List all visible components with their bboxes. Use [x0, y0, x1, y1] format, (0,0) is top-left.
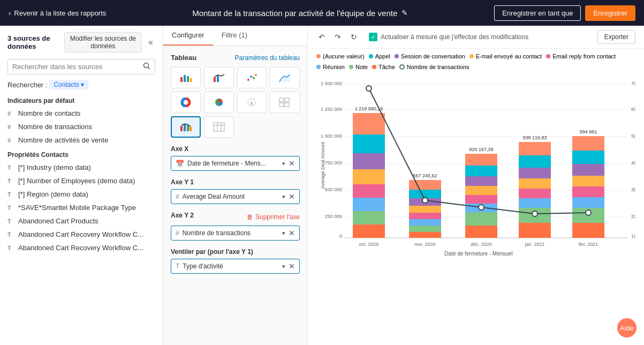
collapse-sidebar-button[interactable]: « [146, 36, 155, 48]
chart-svg: 1 500 000 1 250 000 1 000 000 750 000 50… [316, 74, 635, 257]
bar-segment [409, 232, 441, 238]
svg-text:300: 300 [631, 187, 635, 192]
legend-dot [469, 54, 474, 58]
list-item[interactable]: T Abandoned Cart Recovery Workflow C... [0, 228, 163, 241]
bar-segment [519, 178, 551, 189]
chart-type-line-bar[interactable] [204, 67, 234, 88]
legend-dot [372, 65, 376, 69]
list-item[interactable]: # Nombre de activités de vente [0, 133, 163, 147]
legend-dot [316, 54, 321, 58]
hash-icon: # [176, 229, 179, 237]
svg-rect-26 [190, 127, 192, 131]
search-box [7, 59, 155, 74]
delete-axis-button[interactable]: 🗑 Supprimer l'axe [247, 213, 300, 221]
ventiler-section: Ventiler par (pour l'axe Y 1) T Type d'a… [171, 248, 300, 274]
tab-filtre[interactable]: Filtre (1) [213, 26, 256, 46]
chart-type-grid[interactable] [270, 92, 300, 113]
redo-button[interactable]: ↷ [332, 32, 343, 42]
svg-text:déc. 2020: déc. 2020 [471, 242, 492, 247]
axe-y1-label: Axe Y 1 [171, 178, 300, 186]
axe-y2-header: Axe Y 2 🗑 Supprimer l'axe [171, 212, 300, 222]
list-item[interactable]: # Nombre de contacts [0, 107, 163, 120]
axe-y1-value: Average Deal Amount [183, 193, 279, 200]
chart-type-bar[interactable] [171, 67, 201, 88]
list-item[interactable]: T *SAVE*Smarttel Mobile Package Type [0, 201, 163, 214]
chart-type-table2[interactable] [204, 116, 234, 138]
axe-y1-select[interactable]: # Average Deal Amount ▾ ✕ [171, 189, 300, 204]
axe-x-close[interactable]: ✕ [289, 159, 295, 168]
svg-rect-27 [214, 123, 224, 131]
bar-segment [519, 142, 551, 155]
sources-count: 3 sources de données [7, 34, 60, 50]
bar-segment [572, 186, 604, 197]
bar-segment [519, 189, 551, 198]
ventiler-select[interactable]: T Type d'activité ▾ ✕ [171, 259, 300, 274]
sidebar-scroll: Indicateurs par défaut # Nombre de conta… [0, 93, 163, 345]
axe-x-value: Date de fermeture - Mens... [187, 160, 279, 167]
legend-label: (Aucune valeur) [323, 53, 365, 59]
axe-x-label: Axe X [171, 145, 300, 153]
chart-type-donut[interactable] [171, 92, 201, 113]
bar-segment [465, 186, 497, 195]
svg-text:nov. 2020: nov. 2020 [415, 242, 436, 247]
table2-icon [213, 122, 225, 132]
center-scroll: Tableau Paramètres du tableau [163, 46, 307, 345]
list-item[interactable]: # Nombre de transactions [0, 120, 163, 133]
refresh-button[interactable]: ↻ [348, 32, 359, 42]
bar-segment [409, 226, 441, 232]
ventiler-close[interactable]: ✕ [289, 262, 295, 271]
chart-type-bar-combo[interactable] [171, 116, 201, 138]
chart-type-number[interactable]: 1 [237, 92, 267, 113]
axe-y1-section: Axe Y 1 # Average Deal Amount ▾ ✕ [171, 178, 300, 204]
search-icon-button[interactable] [143, 62, 150, 71]
ventiler-value: Type d'activité [183, 262, 279, 270]
list-item[interactable]: T [*] Region (demo data) [0, 188, 163, 201]
svg-rect-6 [214, 77, 216, 82]
chart-type-pie[interactable] [204, 92, 234, 113]
list-item[interactable]: T Abandoned Cart Recovery Workflow C... [0, 241, 163, 254]
params-link[interactable]: Paramètres du tableau [235, 54, 300, 62]
svg-rect-19 [279, 98, 284, 102]
axe-y2-select[interactable]: # Nombre de transactions ▾ ✕ [171, 226, 300, 241]
back-link[interactable]: ‹ Revenir à la liste des rapports [9, 9, 106, 17]
list-item[interactable]: T [*] Number of Employees (demo data) [0, 174, 163, 188]
tab-configurer[interactable]: Configurer [163, 26, 213, 46]
chart-type-scatter[interactable] [237, 67, 267, 88]
save-as-button[interactable]: Enregistrer en tant que [494, 5, 581, 21]
sidebar-header: 3 sources de données Modifier les source… [0, 26, 163, 57]
chart-type-area[interactable] [270, 67, 300, 88]
save-button[interactable]: Enregistrer [585, 5, 635, 21]
auto-refresh-checkbox[interactable]: ✓ [369, 33, 377, 41]
legend-label: Note [355, 64, 368, 70]
edit-icon[interactable]: ✎ [401, 9, 408, 17]
bar-segment [519, 198, 551, 208]
svg-rect-22 [285, 103, 289, 107]
number-icon: 1 [246, 98, 257, 107]
list-item[interactable]: T Abandoned Cart Products [0, 214, 163, 228]
axe-y2-close[interactable]: ✕ [289, 229, 295, 237]
help-button[interactable]: Aide [617, 318, 637, 338]
bar-segment [353, 211, 385, 224]
donut-icon [180, 98, 192, 107]
modify-sources-button[interactable]: Modifier les sources de données [64, 32, 142, 52]
top-navigation: ‹ Revenir à la liste des rapports Montan… [0, 0, 644, 26]
chart-toolbar: ↶ ↷ ↻ ✓ Actualiser à mesure que j'effect… [308, 26, 644, 49]
bar-segment [465, 195, 497, 204]
export-button[interactable]: Exporter [597, 30, 635, 44]
undo-button[interactable]: ↶ [316, 32, 327, 42]
bar-segment [519, 223, 551, 238]
contacts-filter[interactable]: Contacts ▾ [49, 80, 88, 89]
search-input[interactable] [12, 63, 140, 71]
axe-y1-close[interactable]: ✕ [289, 192, 295, 201]
svg-rect-5 [190, 78, 192, 82]
chart-area: ↶ ↷ ↻ ✓ Actualiser à mesure que j'effect… [308, 26, 644, 345]
svg-rect-23 [180, 126, 183, 131]
axe-x-select[interactable]: 📅 Date de fermeture - Mens... ▾ ✕ [171, 156, 300, 171]
svg-text:600: 600 [631, 107, 635, 112]
svg-text:fév. 2021: fév. 2021 [579, 242, 598, 247]
data-point [479, 205, 484, 210]
list-item[interactable]: T [*] Industry (demo data) [0, 161, 163, 174]
svg-text:500: 500 [631, 133, 635, 139]
svg-text:400: 400 [631, 160, 635, 166]
chevron-down-icon: ▾ [282, 193, 285, 200]
